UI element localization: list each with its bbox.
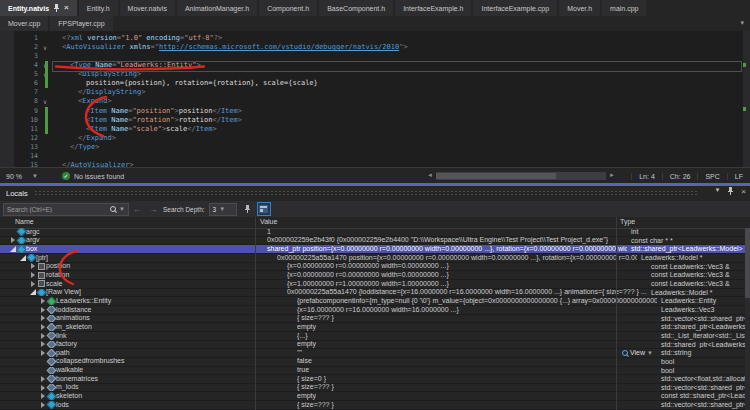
editor-horizontal-scrollbar[interactable] <box>436 172 606 180</box>
locals-row-loddistance[interactable]: loddistance{x=16.0000000 r=16.0000000 wi… <box>0 306 750 315</box>
tab-mover-h[interactable]: Mover.h <box>559 0 600 16</box>
code-text[interactable]: <AutoVisualizer xmlns="http://schemas.mi… <box>52 43 742 52</box>
code-line-10[interactable]: 10<Item Name="rotation">rotation</Item> <box>0 116 742 125</box>
code-text[interactable]: <Item Name="rotation">rotation</Item> <box>52 116 742 125</box>
code-text[interactable]: </Expand> <box>52 134 742 143</box>
code-line-9[interactable]: 9<Item Name="position">position</Item> <box>0 107 742 116</box>
text-visualizer-view-button[interactable]: View▼ <box>622 349 657 357</box>
locals-row-leadwerks-entity[interactable]: Leadwerks::Entity{prefabcomponentinfo={m… <box>0 297 750 306</box>
variable-type: int <box>627 228 750 236</box>
collapse-arrow-icon[interactable] <box>18 255 27 261</box>
locals-row-factory[interactable]: factoryemptystd::shared_ptr<Leadwerks::M… <box>0 341 750 350</box>
variable-type: const Leadwerks::Vec3 & <box>647 280 750 288</box>
tab-interfaceexample-h[interactable]: InterfaceExample.h <box>395 0 471 16</box>
search-next-arrow-icon[interactable]: → <box>145 205 161 214</box>
locals-row-raw-view[interactable]: [Raw View]0x00000225a55a1470 {loddistanc… <box>0 289 750 298</box>
tab-label: Entity.natvis <box>8 5 49 12</box>
locals-row-lods[interactable]: lods{ size=??? }std::vector<std::shared_… <box>0 401 750 410</box>
editor-vertical-scrollbar[interactable] <box>743 31 750 167</box>
locals-row-link[interactable]: link{...}std::_List_iterator<std::_List_… <box>0 332 750 341</box>
locals-row-ptr[interactable]: [ptr]0x00000225a55a1470 position={x=0.00… <box>0 254 750 263</box>
code-line-8[interactable]: 8∨<Expand> <box>0 97 742 106</box>
code-text[interactable]: <Item Name="scale">scale</Item> <box>52 125 742 134</box>
code-line-12[interactable]: 12</Expand> <box>0 134 742 143</box>
code-text[interactable]: <Expand> <box>52 97 742 106</box>
pin-icon[interactable] <box>727 187 734 197</box>
locals-row-collapsedfrombrushes[interactable]: collapsedfrombrushesfalsebool <box>0 358 750 367</box>
column-header-name[interactable]: Name <box>15 218 34 225</box>
tab-main-cpp[interactable]: main.cpp <box>602 0 646 16</box>
close-icon[interactable]: × <box>741 187 746 197</box>
code-editor[interactable]: 1<?xml version="1.0" encoding="utf-8"?>2… <box>0 31 750 167</box>
code-line-2[interactable]: 2∨<AutoVisualizer xmlns="http://schemas.… <box>0 43 742 52</box>
code-line-6[interactable]: 6position={position}, rotation={rotation… <box>0 79 742 88</box>
tab-basecomponent-h[interactable]: BaseComponent.h <box>319 0 393 16</box>
document-health-indicator[interactable]: ✓ No issues found <box>62 172 124 180</box>
tab-overflow-chevron-icon[interactable]: ▾ <box>740 19 744 27</box>
search-input[interactable]: Search (Ctrl+E) ▼ <box>3 203 129 216</box>
code-line-3[interactable]: 3 <box>0 52 742 61</box>
search-prev-arrow-icon[interactable]: ← <box>129 205 145 214</box>
window-position-chevron-icon[interactable]: ▼ <box>714 187 720 197</box>
pin-icon[interactable] <box>53 4 60 13</box>
search-depth-label: Search Depth: <box>163 206 205 213</box>
expand-arrow-icon[interactable] <box>28 281 37 287</box>
locals-row-position[interactable]: position{x=0.00000000 r=0.00000000 width… <box>0 263 750 272</box>
locals-vertical-scrollbar[interactable] <box>745 228 750 410</box>
expand-arrow-icon[interactable] <box>38 307 47 313</box>
pin-values-icon[interactable] <box>241 203 253 215</box>
tab-animationmanager-h[interactable]: AnimationManager.h <box>177 0 257 16</box>
locals-row-scale[interactable]: scale{x=1.00000000 r=1.00000000 width=1.… <box>0 280 750 289</box>
column-header-type[interactable]: Type <box>620 218 635 225</box>
zoom-control[interactable]: 90 % ▼ <box>0 173 44 180</box>
close-icon[interactable]: × <box>64 4 69 12</box>
tab-component-h[interactable]: Component.h <box>259 0 317 16</box>
locals-row-animations[interactable]: animations{ size=??? }std::vector<std::s… <box>0 315 750 324</box>
expand-arrow-icon[interactable] <box>38 376 47 382</box>
expand-arrow-icon[interactable] <box>28 272 37 278</box>
tab-fpsplayer-cpp[interactable]: FPSPlayer.cpp <box>50 16 112 31</box>
tab-entity-h[interactable]: Entity.h <box>79 0 118 16</box>
code-text[interactable]: position={position}, rotation={rotation}… <box>52 79 742 88</box>
code-text[interactable]: </Type> <box>52 143 742 152</box>
expand-arrow-icon[interactable] <box>38 402 47 408</box>
tab-interfaceexample-cpp[interactable]: InterfaceExample.cpp <box>473 0 557 16</box>
locals-row-box[interactable]: boxshared_ptr position={x=0.00000000 r=0… <box>0 245 750 254</box>
chevron-down-icon[interactable]: ▼ <box>647 349 653 357</box>
expand-arrow-icon[interactable] <box>38 385 47 391</box>
tab-mover-natvis[interactable]: Mover.natvis <box>120 0 175 16</box>
locals-row-bonematrices[interactable]: bonematrices{ size=0 }std::vector<float,… <box>0 375 750 384</box>
locals-title-bar[interactable]: Locals ▼ × <box>0 186 750 201</box>
code-text[interactable] <box>52 152 742 161</box>
locals-row-walkable[interactable]: walkabletruebool <box>0 367 750 376</box>
locals-row-argv[interactable]: argv0x000002259e2b43f0 {0x000002259e2b44… <box>0 237 750 246</box>
code-text[interactable]: <?xml version="1.0" encoding="utf-8"?> <box>52 34 742 43</box>
locals-row-m-lods[interactable]: m_lods{ size=??? }std::vector<std::share… <box>0 384 750 393</box>
locals-row-argc[interactable]: argc1int <box>0 228 750 237</box>
natvis-view-toggle-icon[interactable] <box>257 202 271 216</box>
column-header-value[interactable]: Value <box>260 218 277 225</box>
chevron-down-icon[interactable]: ▼ <box>119 206 125 212</box>
hscroll-right-arrow-icon[interactable]: ► <box>609 172 615 178</box>
code-line-1[interactable]: 1<?xml version="1.0" encoding="utf-8"?> <box>0 34 742 43</box>
locals-row-m-skeleton[interactable]: m_skeletonemptystd::shared_ptr<Leadwerks… <box>0 323 750 332</box>
locals-row-skeleton[interactable]: skeletonemptyconst std::shared_ptr<Leadw… <box>0 392 750 401</box>
code-text[interactable] <box>52 52 742 61</box>
code-line-11[interactable]: 11<Item Name="scale">scale</Item> <box>0 125 742 134</box>
search-depth-select[interactable]: 3 ▼ <box>209 203 237 216</box>
check-circle-icon: ✓ <box>62 172 70 180</box>
expand-arrow-icon[interactable] <box>28 263 37 269</box>
fold-collapse-icon[interactable]: ∨ <box>38 43 52 52</box>
locals-row-rotation[interactable]: rotation{x=0.00000000 r=0.00000000 width… <box>0 271 750 280</box>
code-line-7[interactable]: 7</DisplayString> <box>0 88 742 97</box>
locals-row-path[interactable]: path""View▼std::string <box>0 349 750 358</box>
tab-mover-cpp[interactable]: Mover.cpp <box>0 16 48 31</box>
fold-collapse-icon[interactable]: ∨ <box>38 97 52 106</box>
code-text[interactable]: <Item Name="position">position</Item> <box>52 107 742 116</box>
code-line-14[interactable]: 14 <box>0 152 742 161</box>
code-line-13[interactable]: 13</Type> <box>0 143 742 152</box>
code-text[interactable]: </DisplayString> <box>52 88 742 97</box>
expand-arrow-icon[interactable] <box>38 333 47 339</box>
tab-entity-natvis[interactable]: Entity.natvis× <box>0 0 77 16</box>
hscroll-left-arrow-icon[interactable]: ◄ <box>427 172 433 178</box>
